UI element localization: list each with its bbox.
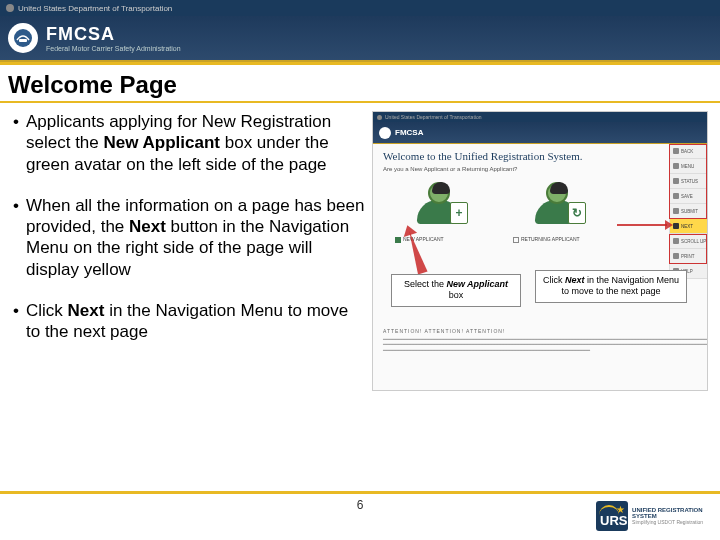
- urs-mark-icon: ★ URS: [596, 501, 628, 531]
- shot-main: Welcome to the Unified Registration Syst…: [373, 144, 707, 253]
- avatar-new-icon: +: [414, 182, 464, 232]
- plus-clipboard-icon: +: [450, 202, 468, 224]
- shot-logo-icon: [379, 127, 391, 139]
- gov-top-bar: United States Department of Transportati…: [0, 0, 720, 16]
- bullet-item: • Click Next in the Navigation Menu to m…: [6, 300, 366, 343]
- welcome-heading: Welcome to the Unified Registration Syst…: [383, 150, 667, 162]
- applicant-question: Are you a New Applicant or a Returning A…: [383, 166, 667, 172]
- avatar-returning-icon: ↻: [532, 182, 582, 232]
- bullet-item: • When all the information on a page has…: [6, 195, 366, 280]
- bullet-text: Click Next in the Navigation Menu to mov…: [26, 300, 366, 343]
- agency-header: FMCSA Federal Motor Carrier Safety Admin…: [0, 16, 720, 62]
- bullet-dot: •: [6, 111, 26, 175]
- fmcsa-logo-icon: [8, 23, 38, 53]
- return-arrow-icon: ↻: [568, 202, 586, 224]
- bullet-text: When all the information on a page has b…: [26, 195, 366, 280]
- dept-name: United States Department of Transportati…: [18, 4, 172, 13]
- page-number: 6: [357, 498, 364, 512]
- footer-divider: [0, 491, 720, 494]
- bullet-item: • Applicants applying for New Registrati…: [6, 111, 366, 175]
- urs-footer-logo: ★ URS UNIFIED REGISTRATION SYSTEM Simpli…: [596, 496, 706, 536]
- attention-block: ATTENTION! ATTENTION! ATTENTION! ━━━━━━━…: [383, 328, 663, 354]
- svg-rect-1: [19, 39, 27, 42]
- agency-name: FMCSA: [46, 24, 181, 45]
- bullet-list: • Applicants applying for New Registrati…: [6, 111, 366, 391]
- agency-subtitle: Federal Motor Carrier Safety Administrat…: [46, 45, 181, 52]
- bullet-text: Applicants applying for New Registration…: [26, 111, 366, 175]
- screenshot-area: United States Department of Transportati…: [366, 111, 714, 391]
- callout-arrow-2: [617, 224, 667, 226]
- urs-screenshot: United States Department of Transportati…: [372, 111, 708, 391]
- bullet-dot: •: [6, 300, 26, 343]
- urs-tagline: Simplifying USDOT Registration: [632, 520, 706, 526]
- shot-header: FMCSA: [373, 122, 707, 144]
- bullet-dot: •: [6, 195, 26, 280]
- callout-next: Click Next in the Navigation Menu to mov…: [535, 270, 687, 303]
- urs-full-name: UNIFIED REGISTRATION SYSTEM: [632, 507, 706, 520]
- returning-applicant-box[interactable]: ↻ RETURNING APPLICANT: [507, 182, 607, 243]
- svg-point-0: [14, 29, 32, 47]
- callout-new-applicant: Select the New Applicant box: [391, 274, 521, 307]
- shot-top-bar: United States Department of Transportati…: [373, 112, 707, 122]
- body-area: • Applicants applying for New Registrati…: [0, 103, 720, 391]
- seal-icon: [6, 4, 14, 12]
- page-title: Welcome Page: [0, 65, 720, 103]
